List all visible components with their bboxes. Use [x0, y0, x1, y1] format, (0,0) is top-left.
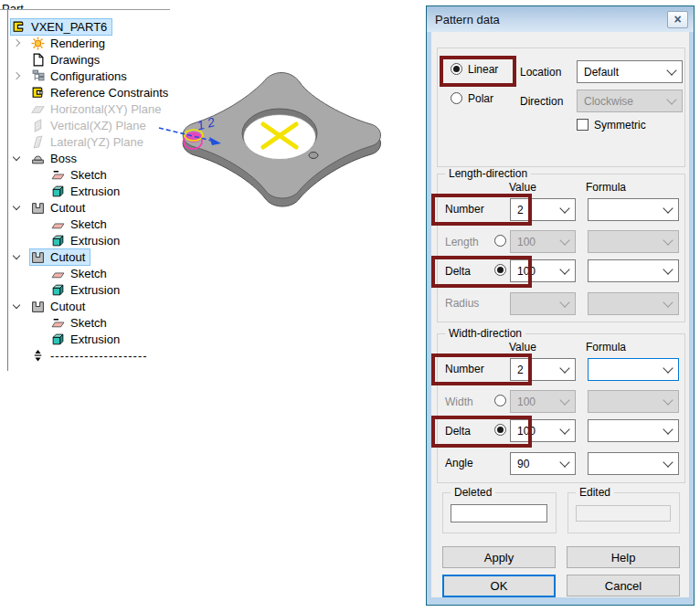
chevron-down-icon: [666, 65, 676, 75]
width-delta-formula-select[interactable]: [588, 419, 679, 442]
linear-radio[interactable]: [451, 63, 462, 75]
apply-button[interactable]: Apply: [442, 546, 556, 568]
tree-item-part-root[interactable]: VXEN_PART6: [8, 18, 170, 35]
tree-item-horizontal-plane[interactable]: Horizontal(XY) Plane: [8, 100, 170, 117]
tree-item-label: Cutout: [48, 201, 87, 215]
chevron-down-icon[interactable]: [13, 301, 20, 309]
location-value: Default: [584, 66, 619, 79]
delta-radio[interactable]: [494, 424, 506, 436]
tree-item-boss[interactable]: Boss: [8, 150, 170, 166]
cancel-button[interactable]: Cancel: [567, 575, 680, 596]
direction-select[interactable]: Clockwise: [577, 90, 683, 112]
width-formula-select[interactable]: [588, 390, 679, 413]
tree-item-sketch[interactable]: Sketch: [8, 265, 170, 281]
tree-item-cutout[interactable]: Cutout: [8, 298, 170, 314]
cutout-feature-icon: [30, 201, 45, 215]
tree-item-label: Drawings: [48, 53, 101, 67]
tree-item-extrusion[interactable]: Extrusion: [8, 183, 170, 199]
tree-item-extrusion[interactable]: Extrusion: [8, 331, 170, 347]
plane-icon: [30, 135, 45, 149]
angle-formula-select[interactable]: [588, 452, 679, 475]
length-number-formula-select[interactable]: [588, 198, 679, 221]
chevron-right-icon[interactable]: [13, 39, 20, 47]
tree-item-label: Rendering: [48, 37, 107, 50]
dialog-titlebar[interactable]: Pattern data ×: [427, 6, 694, 32]
length-formula-select[interactable]: [588, 230, 679, 253]
width-number-formula-select[interactable]: [588, 358, 679, 381]
chevron-down-icon: [663, 264, 673, 274]
tree-item-sketch[interactable]: Sketch: [8, 166, 170, 183]
chevron-down-icon: [559, 264, 569, 274]
location-select[interactable]: Default: [577, 60, 683, 83]
tree-item-label: --------------------: [48, 349, 150, 363]
number-label: Number: [445, 363, 484, 375]
tree-item-extrusion[interactable]: Extrusion: [8, 281, 170, 298]
length-delta-formula-select[interactable]: [588, 259, 679, 282]
dialog-title: Pattern data: [435, 13, 500, 26]
chevron-down-icon: [663, 424, 673, 434]
sketch-icon: [50, 168, 65, 182]
symmetric-checkbox[interactable]: [577, 119, 589, 131]
width-value-select[interactable]: 100: [510, 390, 576, 413]
extrusion-icon: [50, 234, 65, 248]
close-icon[interactable]: ×: [667, 11, 688, 28]
chevron-down-icon: [663, 395, 673, 405]
tree-item-label: Vertical(XZ) Plane: [48, 119, 148, 132]
pattern-data-dialog: Pattern data × Linear Polar Location Def…: [426, 5, 695, 606]
tree-item-label: Sketch: [69, 316, 109, 330]
direction-label: Direction: [520, 95, 563, 108]
tree-item-drawings[interactable]: Drawings: [8, 51, 170, 68]
width-delta-value-select[interactable]: 100: [510, 419, 576, 442]
tree-item-end-marker[interactable]: --------------------: [8, 347, 170, 364]
length-delta-value-select[interactable]: 100: [510, 259, 576, 282]
drawings-page-icon: [30, 53, 45, 67]
formula-header: Formula: [586, 341, 626, 353]
part-icon: [11, 20, 26, 34]
number-value: 2: [517, 204, 524, 216]
tree-item-sketch[interactable]: Sketch: [8, 314, 170, 331]
help-button[interactable]: Help: [567, 546, 680, 568]
deleted-title: Deleted: [451, 486, 495, 499]
chevron-down-icon: [559, 457, 569, 467]
value-header: Value: [509, 341, 536, 353]
angle-value-select[interactable]: 90: [510, 452, 576, 475]
formula-header: Formula: [586, 181, 626, 194]
sketch-icon: [50, 217, 65, 231]
panel-title: Part: [2, 2, 24, 10]
tree-item-label: Boss: [48, 152, 79, 165]
reference-constraints-icon: [30, 86, 45, 100]
delta-radio[interactable]: [494, 264, 506, 276]
length-radio[interactable]: [494, 235, 506, 247]
tree-item-sketch[interactable]: Sketch: [8, 216, 170, 232]
tree-item-vertical-plane[interactable]: Vertical(XZ) Plane: [8, 117, 170, 133]
delta-label: Delta: [445, 425, 471, 438]
tree-item-rendering[interactable]: Rendering: [8, 35, 170, 51]
chevron-down-icon: [559, 424, 569, 434]
ok-button[interactable]: OK: [442, 575, 556, 597]
chevron-down-icon: [663, 457, 673, 467]
polar-radio[interactable]: [451, 92, 462, 104]
plane-icon: [30, 102, 45, 116]
tree-item-reference-constraints[interactable]: Reference Constraints: [8, 84, 170, 100]
chevron-down-icon[interactable]: [13, 252, 20, 259]
width-number-value-select[interactable]: 2: [510, 358, 576, 381]
tree-item-extrusion[interactable]: Extrusion: [8, 232, 170, 248]
chevron-down-icon: [559, 235, 569, 245]
rendering-sun-icon: [30, 37, 45, 50]
radius-formula-select[interactable]: [588, 292, 679, 315]
chevron-down-icon[interactable]: [13, 203, 20, 210]
radius-value-select[interactable]: [510, 292, 576, 315]
tree-item-cutout[interactable]: Cutout: [8, 199, 170, 216]
length-value-select[interactable]: 100: [510, 230, 576, 253]
length-direction-title: Length-direction: [445, 167, 531, 180]
deleted-field[interactable]: [451, 504, 547, 522]
length-number-value-select[interactable]: 2: [510, 198, 576, 221]
tree-item-lateral-plane[interactable]: Lateral(YZ) Plane: [8, 133, 170, 150]
tree-item-label: Extrusion: [69, 283, 122, 297]
width-radio[interactable]: [494, 395, 506, 406]
chevron-down-icon: [663, 363, 673, 373]
chevron-right-icon[interactable]: [13, 72, 20, 79]
tree-item-configurations[interactable]: Configurations: [8, 68, 170, 84]
tree-item-cutout-selected[interactable]: Cutout: [8, 248, 170, 265]
chevron-down-icon[interactable]: [13, 153, 20, 161]
